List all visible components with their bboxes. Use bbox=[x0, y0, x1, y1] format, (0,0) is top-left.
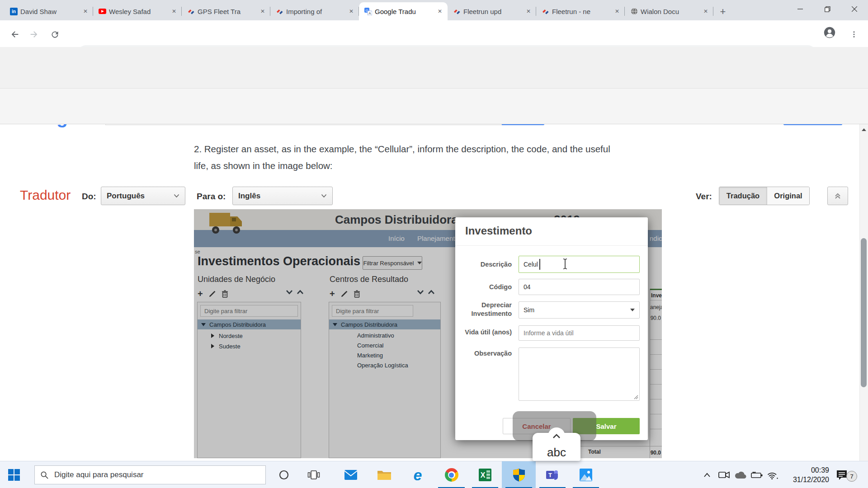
linkedin-icon: in bbox=[10, 8, 18, 15]
tab-close-icon[interactable]: ✕ bbox=[702, 7, 710, 15]
tab-title: Fleetrun - ne bbox=[552, 8, 610, 15]
teams-icon: T bbox=[546, 469, 559, 481]
tab-title: Google Tradu bbox=[375, 8, 433, 15]
modal-title: Investimento bbox=[465, 225, 532, 237]
taskbar-file-explorer[interactable] bbox=[368, 461, 401, 488]
profile-avatar[interactable] bbox=[824, 27, 835, 38]
reload-icon[interactable] bbox=[49, 28, 61, 40]
tab-importing[interactable]: Importing of ✕ bbox=[270, 2, 359, 20]
translate-popup-text: abc bbox=[533, 446, 580, 460]
investment-modal: Investimento Descrição Código Depreciar … bbox=[455, 217, 648, 440]
browser-menu-icon[interactable] bbox=[848, 28, 860, 40]
tab-gps-fleet[interactable]: GPS Fleet Tra ✕ bbox=[182, 2, 270, 20]
onedrive-icon[interactable] bbox=[733, 461, 748, 488]
double-chevron-up-icon bbox=[834, 192, 842, 200]
taskbar-clock[interactable]: 00:39 31/12/2020 bbox=[777, 465, 829, 484]
article-line-2: life, as shown in the image below: bbox=[194, 160, 333, 171]
chevron-up-icon bbox=[703, 473, 711, 477]
view-toggle-group: Tradução Original bbox=[719, 187, 810, 205]
tab-wialon-docs[interactable]: Wialon Docu ✕ bbox=[625, 2, 713, 20]
back-icon[interactable] bbox=[9, 28, 21, 40]
globe-icon bbox=[630, 8, 638, 15]
tab-title: Importing of bbox=[286, 8, 344, 15]
notification-count-badge: 7 bbox=[846, 471, 857, 482]
tab-fleetrun-2[interactable]: Fleetrun - ne ✕ bbox=[536, 2, 625, 20]
notification-icon bbox=[836, 469, 848, 480]
from-label: Do: bbox=[82, 192, 96, 202]
tradutor-brand: Tradutor bbox=[20, 188, 71, 203]
description-input[interactable] bbox=[519, 256, 640, 273]
excel-icon: X bbox=[479, 469, 491, 481]
from-language-select[interactable]: Português bbox=[101, 187, 185, 205]
fleetrun-icon bbox=[542, 8, 549, 15]
depreciate-select[interactable]: Sim bbox=[519, 301, 640, 319]
tab-close-icon[interactable]: ✕ bbox=[613, 7, 621, 15]
depreciate-label: Depreciar Investimento bbox=[455, 301, 512, 318]
tab-title: GPS Fleet Tra bbox=[198, 8, 256, 15]
window-controls bbox=[787, 0, 868, 18]
forward-icon[interactable] bbox=[28, 28, 40, 40]
taskbar-edge[interactable]: e bbox=[401, 461, 434, 488]
minimize-button[interactable] bbox=[787, 0, 814, 18]
folder-icon bbox=[377, 469, 392, 481]
google-translate-icon: GA bbox=[364, 8, 372, 15]
taskbar-search-box[interactable]: Digite aqui para pesquisar bbox=[34, 465, 266, 484]
to-label: Para o: bbox=[197, 192, 226, 202]
start-button[interactable] bbox=[0, 461, 28, 488]
notes-textarea[interactable] bbox=[519, 347, 640, 401]
cortana-icon bbox=[278, 469, 289, 480]
new-tab-button[interactable]: + bbox=[716, 5, 730, 19]
tab-close-icon[interactable]: ✕ bbox=[259, 7, 267, 15]
useful-life-input[interactable] bbox=[519, 325, 640, 341]
notes-label: Observação bbox=[455, 349, 512, 358]
clock-date: 31/12/2020 bbox=[777, 475, 829, 484]
task-view-button[interactable] bbox=[301, 461, 326, 488]
translate-popup-chevron[interactable] bbox=[548, 427, 565, 445]
tray-expand-button[interactable] bbox=[700, 461, 714, 488]
tab-youtube[interactable]: Wesley Safad ✕ bbox=[93, 2, 182, 20]
tab-close-icon[interactable]: ✕ bbox=[347, 7, 355, 15]
tab-close-icon[interactable]: ✕ bbox=[81, 7, 90, 15]
ibeam-cursor-icon bbox=[562, 258, 568, 270]
tab-close-icon[interactable]: ✕ bbox=[436, 7, 444, 15]
tab-google-translate-active[interactable]: GA Google Tradu ✕ bbox=[359, 2, 448, 20]
translate-header: Google Fazer login bbox=[0, 47, 868, 89]
tab-close-icon[interactable]: ✕ bbox=[170, 7, 178, 15]
tab-linkedin[interactable]: in David Shaw ✕ bbox=[5, 2, 93, 20]
task-view-icon bbox=[307, 469, 320, 480]
meet-now-icon[interactable] bbox=[717, 461, 731, 488]
windows-logo-icon bbox=[8, 469, 20, 481]
view-label: Ver: bbox=[696, 192, 712, 202]
tab-fleetrun-1[interactable]: Fleetrun upd ✕ bbox=[448, 2, 536, 20]
tab-title: David Shaw bbox=[20, 8, 79, 15]
taskbar-windows-security-active[interactable] bbox=[502, 461, 536, 488]
taskbar-mail[interactable] bbox=[334, 461, 368, 488]
photos-icon bbox=[580, 469, 592, 481]
translate-popup-widget[interactable]: abc bbox=[533, 427, 580, 461]
translate-toolbar: Tradutor Do: Português Para o: Inglês Ve… bbox=[0, 89, 868, 124]
cortana-button[interactable] bbox=[271, 461, 297, 488]
browser-tab-bar: in David Shaw ✕ Wesley Safad ✕ GPS Fleet… bbox=[0, 0, 868, 20]
wialon-icon bbox=[187, 8, 195, 15]
svg-text:A: A bbox=[368, 11, 371, 15]
svg-text:X: X bbox=[481, 471, 486, 479]
edge-icon: e bbox=[414, 466, 422, 484]
chevron-down-icon bbox=[321, 194, 327, 198]
scrollbar-thumb[interactable] bbox=[861, 238, 867, 387]
scroll-up-icon[interactable] bbox=[861, 128, 867, 131]
taskbar-teams[interactable]: T bbox=[536, 461, 569, 488]
taskbar-photos[interactable] bbox=[569, 461, 603, 488]
taskbar-chrome[interactable] bbox=[434, 461, 468, 488]
chrome-icon bbox=[445, 468, 458, 482]
resize-handle-icon[interactable] bbox=[634, 395, 638, 399]
taskbar-excel[interactable]: X bbox=[468, 461, 502, 488]
code-input[interactable] bbox=[519, 279, 640, 295]
battery-icon[interactable] bbox=[750, 461, 764, 488]
tab-close-icon[interactable]: ✕ bbox=[524, 7, 533, 15]
close-window-button[interactable] bbox=[841, 0, 868, 18]
restore-button[interactable] bbox=[814, 0, 841, 18]
view-original-button[interactable]: Original bbox=[767, 187, 809, 205]
view-translation-button[interactable]: Tradução bbox=[719, 187, 767, 205]
collapse-toolbar-button[interactable] bbox=[827, 187, 848, 205]
to-language-select[interactable]: Inglês bbox=[232, 187, 333, 205]
